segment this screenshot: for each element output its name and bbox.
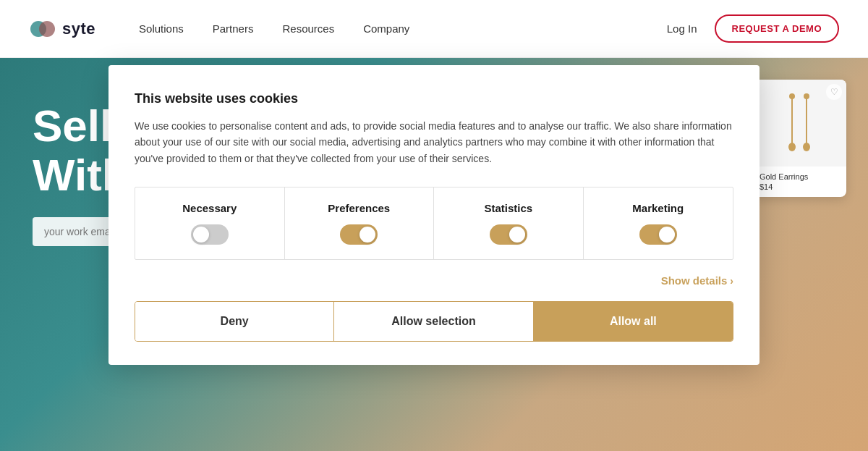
- modal-description: We use cookies to personalise content an…: [135, 118, 733, 167]
- statistics-toggle[interactable]: [490, 224, 527, 245]
- category-necessary: Necessary: [135, 187, 285, 259]
- category-statistics: Statistics: [434, 187, 584, 259]
- action-buttons: Deny Allow selection Allow all: [135, 301, 733, 342]
- category-preferences: Preferences: [285, 187, 435, 259]
- necessary-label: Necessary: [182, 202, 237, 214]
- category-marketing: Marketing: [584, 187, 733, 259]
- cookie-modal: This website uses cookies We use cookies…: [109, 65, 760, 365]
- deny-button[interactable]: Deny: [135, 302, 334, 341]
- modal-title: This website uses cookies: [135, 91, 733, 106]
- show-details-button[interactable]: Show details ›: [661, 274, 733, 287]
- modal-overlay: This website uses cookies We use cookies…: [0, 0, 868, 451]
- necessary-toggle[interactable]: [191, 224, 229, 245]
- show-details-row: Show details ›: [135, 274, 733, 287]
- preferences-toggle[interactable]: [340, 224, 378, 245]
- preferences-label: Preferences: [328, 202, 390, 214]
- chevron-right-icon: ›: [730, 275, 733, 287]
- marketing-toggle[interactable]: [639, 224, 677, 245]
- marketing-label: Marketing: [632, 202, 684, 214]
- allow-all-button[interactable]: Allow all: [534, 302, 733, 341]
- statistics-label: Statistics: [484, 202, 532, 214]
- preferences-toggle-knob: [359, 227, 375, 243]
- allow-selection-button[interactable]: Allow selection: [334, 302, 533, 341]
- cookie-categories: Necessary Preferences Statistics Marketi…: [135, 187, 733, 260]
- marketing-toggle-knob: [659, 227, 675, 243]
- necessary-toggle-knob: [193, 227, 209, 243]
- statistics-toggle-knob: [509, 227, 525, 243]
